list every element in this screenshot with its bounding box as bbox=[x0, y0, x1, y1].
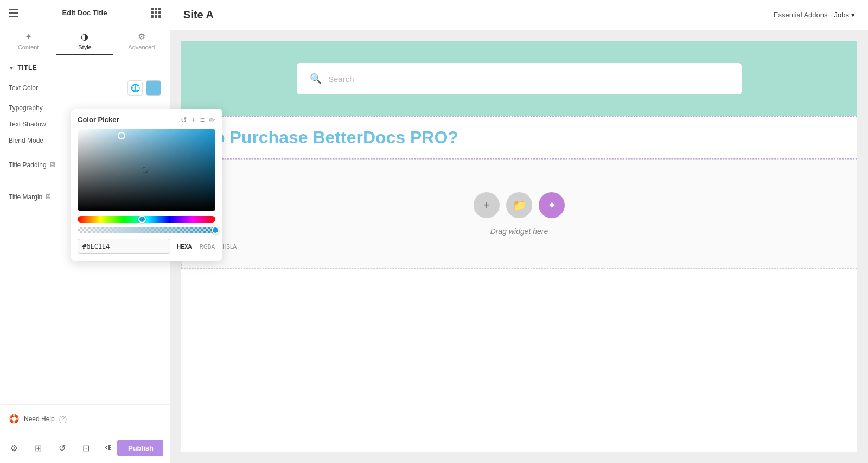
cp-format-btns: HEXA RGBA HSLA bbox=[175, 243, 239, 251]
title-arrow-icon: ▼ bbox=[9, 65, 14, 71]
cp-format-hexa[interactable]: HEXA bbox=[175, 243, 194, 251]
essential-addons-link[interactable]: Essential Addons bbox=[774, 11, 828, 19]
need-help-label: Need Help bbox=[24, 415, 55, 423]
cp-swatches-icon[interactable]: ≡ bbox=[200, 116, 205, 124]
hero-section: 🔍 Search bbox=[181, 41, 857, 116]
help-question-icon: (?) bbox=[59, 415, 67, 423]
canvas-area: 🔍 Search o Purchase BetterDocs PRO? + 📁 … bbox=[170, 30, 868, 463]
tab-content[interactable]: ✦ Content bbox=[0, 26, 56, 55]
cp-hex-input[interactable] bbox=[78, 239, 170, 254]
cp-title: Color Picker bbox=[78, 116, 119, 124]
cp-hue-bar[interactable] bbox=[78, 216, 215, 223]
sidebar: Edit Doc Title ✦ Content ◑ Style ⚙ Advan… bbox=[0, 0, 170, 463]
magic-button[interactable]: ✦ bbox=[539, 192, 565, 218]
bottom-space bbox=[181, 269, 857, 323]
top-bar: Site A Essential Addons Jobs ▾ bbox=[170, 0, 868, 30]
settings-button[interactable]: ⚙ bbox=[7, 441, 22, 456]
cp-add-icon[interactable]: + bbox=[192, 116, 196, 124]
cp-header: Color Picker ↺ + ≡ ✏ bbox=[78, 116, 215, 124]
tab-style-label: Style bbox=[78, 44, 91, 50]
cp-eyedropper-icon[interactable]: ✏ bbox=[209, 116, 215, 124]
cp-actions: ↺ + ≡ ✏ bbox=[181, 116, 215, 124]
main-area: Site A Essential Addons Jobs ▾ 🔍 Search … bbox=[170, 0, 868, 463]
folder-button[interactable]: 📁 bbox=[506, 192, 532, 218]
color-picker-popup: Color Picker ↺ + ≡ ✏ ☞ HEXA RGBA HSLA bbox=[71, 109, 222, 261]
search-placeholder[interactable]: Search bbox=[328, 74, 354, 84]
cp-reset-icon[interactable]: ↺ bbox=[181, 116, 187, 124]
jobs-chevron-icon: ▾ bbox=[851, 11, 855, 19]
publish-button[interactable]: Publish bbox=[117, 440, 163, 456]
publish-button-wrapper: Publish ▲ bbox=[117, 440, 163, 456]
content-tab-icon: ✦ bbox=[25, 31, 32, 42]
hamburger-icon[interactable] bbox=[9, 9, 18, 17]
drop-zone: + 📁 ✦ Drag widget here bbox=[181, 159, 857, 269]
grid-icon[interactable] bbox=[151, 8, 161, 18]
sidebar-title: Edit Doc Title bbox=[62, 9, 107, 17]
advanced-tab-icon: ⚙ bbox=[138, 31, 145, 42]
sidebar-bottom: ⚙ ⊞ ↺ ⊡ 👁 Publish ▲ bbox=[0, 433, 170, 463]
search-icon: 🔍 bbox=[310, 73, 322, 85]
text-color-field: Text Color 🌐 bbox=[9, 80, 161, 96]
drop-label: Drag widget here bbox=[490, 227, 548, 236]
padding-label-row: Title Padding 🖥 bbox=[9, 161, 56, 169]
style-tab-icon: ◑ bbox=[81, 31, 88, 42]
blend-mode-label: Blend Mode bbox=[9, 137, 43, 144]
add-widget-button[interactable]: + bbox=[474, 192, 500, 218]
top-bar-right: Essential Addons Jobs ▾ bbox=[774, 11, 855, 19]
typography-label: Typography bbox=[9, 104, 43, 112]
margin-monitor-icon: 🖥 bbox=[44, 193, 52, 201]
sidebar-header: Edit Doc Title bbox=[0, 0, 170, 26]
title-section-label: Title bbox=[17, 64, 37, 72]
title-section-header[interactable]: ▼ Title bbox=[9, 64, 161, 72]
sidebar-tabs: ✦ Content ◑ Style ⚙ Advanced bbox=[0, 26, 170, 55]
heading-section: o Purchase BetterDocs PRO? bbox=[181, 116, 857, 159]
responsive-button[interactable]: ⊡ bbox=[78, 441, 93, 456]
heading-text: o Purchase BetterDocs PRO? bbox=[214, 128, 458, 147]
search-box: 🔍 Search bbox=[297, 63, 742, 94]
tab-style[interactable]: ◑ Style bbox=[56, 26, 113, 55]
padding-monitor-icon: 🖥 bbox=[49, 161, 56, 169]
cp-gradient-inner bbox=[78, 129, 215, 211]
site-title: Site A bbox=[183, 9, 214, 21]
drop-buttons: + 📁 ✦ bbox=[474, 192, 565, 218]
cp-gradient-area[interactable]: ☞ bbox=[78, 129, 215, 211]
cp-hex-row: HEXA RGBA HSLA bbox=[78, 239, 215, 254]
cp-alpha-bar[interactable] bbox=[78, 227, 215, 233]
page-content: 🔍 Search o Purchase BetterDocs PRO? + 📁 … bbox=[181, 41, 857, 452]
bottom-actions: ⚙ ⊞ ↺ ⊡ 👁 bbox=[7, 441, 117, 456]
need-help-icon: 🛟 bbox=[9, 414, 20, 424]
jobs-dropdown[interactable]: Jobs ▾ bbox=[834, 11, 855, 19]
margin-label-row: Title Margin 🖥 bbox=[9, 193, 52, 201]
need-help[interactable]: 🛟 Need Help (?) bbox=[0, 404, 170, 433]
jobs-label: Jobs bbox=[834, 11, 849, 19]
tab-content-label: Content bbox=[18, 44, 39, 50]
cp-format-rgba[interactable]: RGBA bbox=[197, 243, 217, 251]
color-swatch[interactable] bbox=[146, 80, 161, 96]
margin-label: Title Margin bbox=[9, 193, 42, 201]
tab-advanced-label: Advanced bbox=[128, 44, 155, 50]
preview-button[interactable]: 👁 bbox=[102, 441, 117, 456]
text-color-label: Text Color bbox=[9, 84, 38, 92]
tab-advanced[interactable]: ⚙ Advanced bbox=[113, 26, 170, 55]
history-button[interactable]: ↺ bbox=[54, 441, 69, 456]
cp-hue-thumb bbox=[138, 215, 146, 223]
global-color-icon[interactable]: 🌐 bbox=[127, 80, 143, 96]
cp-alpha-thumb bbox=[212, 226, 219, 234]
text-color-controls: 🌐 bbox=[127, 80, 161, 96]
padding-label: Title Padding bbox=[9, 161, 47, 169]
layers-button[interactable]: ⊞ bbox=[30, 441, 46, 456]
cp-format-hsla[interactable]: HSLA bbox=[220, 243, 239, 251]
text-shadow-label: Text Shadow bbox=[9, 120, 46, 128]
